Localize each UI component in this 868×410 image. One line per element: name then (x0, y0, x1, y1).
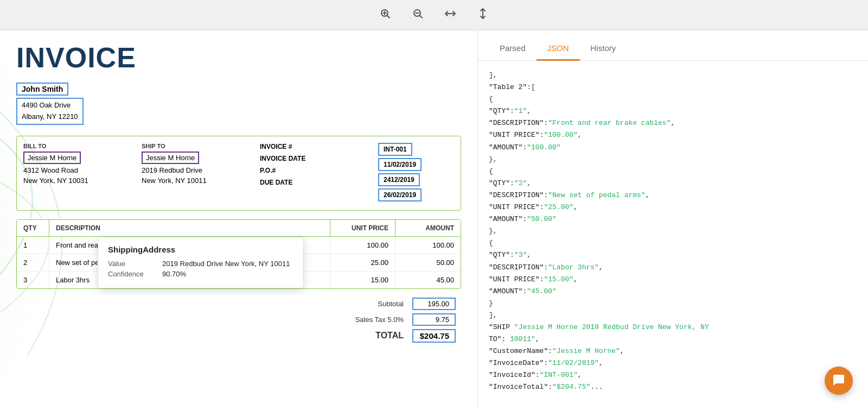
row3-price: 15.00 (330, 272, 395, 288)
bill-to-name: Jessie M Horne (23, 152, 81, 164)
sender-address: 4490 Oak Drive Albany, NY 12210 (16, 98, 84, 125)
zoom-out-button[interactable] (408, 6, 427, 24)
po-label: P.O.# (260, 167, 374, 174)
shipping-address-tooltip: ShippingAddress Value 2019 Redbud Drive … (98, 237, 304, 288)
invoice-fields-values: INT-001 11/02/2019 2412/2019 26/02/2019 (378, 143, 454, 204)
subtotal-row: Subtotal 195.00 (378, 298, 456, 310)
due-date-value: 26/02/2019 (378, 188, 422, 201)
col-qty-header: QTY (17, 220, 49, 236)
subtotal-label: Subtotal (378, 300, 404, 308)
tab-parsed[interactable]: Parsed (489, 37, 537, 61)
row2-amount: 50.00 (395, 254, 461, 271)
sender-name: John Smith (16, 83, 68, 96)
row3-qty: 3 (17, 272, 49, 288)
svg-line-1 (387, 16, 390, 18)
tooltip-value-label: Value (108, 260, 151, 268)
row3-amount: 45.00 (395, 272, 461, 288)
tabs-row: Parsed JSON History (478, 30, 868, 61)
tooltip-confidence-label: Confidence (108, 270, 151, 278)
tooltip-confidence: 90.70% (162, 270, 186, 278)
grand-total-row: TOTAL $204.75 (375, 329, 456, 343)
row2-qty: 2 (17, 254, 49, 271)
totals-section: Subtotal 195.00 Sales Tax 5.0% 9.75 TOTA… (16, 298, 461, 346)
tax-value: 9.75 (412, 313, 456, 326)
tab-json[interactable]: JSON (537, 37, 580, 61)
json-viewer[interactable]: ], "Table 2":[ { "QTY":"1", "DESCRIPTION… (478, 61, 868, 410)
tab-history[interactable]: History (580, 37, 627, 61)
col-desc-header: DESCRIPTION (49, 220, 330, 236)
ship-to-col: SHIP TO Jessie M Horne 2019 Redbud Drive… (142, 143, 256, 204)
subtotal-value: 195.00 (412, 298, 456, 310)
tooltip-value-row: Value 2019 Redbud Drive New York, NY 100… (108, 260, 293, 268)
po-value: 2412/2019 (378, 173, 420, 186)
due-date-label: DUE DATE (260, 179, 374, 186)
zoom-in-button[interactable] (375, 6, 395, 24)
invoice-num-label: INVOICE # (260, 143, 374, 150)
invoice-fields-labels: INVOICE # INVOICE DATE P.O.# DUE DATE (260, 143, 374, 204)
tax-row: Sales Tax 5.0% 9.75 (355, 313, 456, 326)
row1-amount: 100.00 (395, 237, 461, 254)
invoice-date-label: INVOICE DATE (260, 155, 374, 162)
tax-label: Sales Tax 5.0% (355, 316, 404, 324)
total-label: TOTAL (375, 331, 404, 340)
invoice-content: INVOICE John Smith 4490 Oak Drive Albany… (16, 41, 461, 346)
total-value: $204.75 (412, 329, 456, 343)
invoice-title: INVOICE (16, 41, 461, 74)
tooltip-value: 2019 Redbud Drive New York, NY 10011 (162, 260, 290, 268)
row1-qty: 1 (17, 237, 49, 254)
fit-height-button[interactable] (473, 6, 493, 24)
tooltip-confidence-row: Confidence 90.70% (108, 270, 293, 278)
main-content: INVOICE John Smith 4490 Oak Drive Albany… (0, 30, 868, 410)
items-header: QTY DESCRIPTION UNIT PRICE AMOUNT (17, 220, 461, 237)
toolbar (0, 0, 868, 30)
row1-price: 100.00 (330, 237, 395, 254)
bill-to-label: BILL TO (23, 143, 137, 149)
invoice-num-value: INT-001 (378, 143, 412, 156)
col-price-header: UNIT PRICE (330, 220, 395, 236)
ship-to-name: Jessie M Horne (142, 152, 199, 164)
invoice-panel: INVOICE John Smith 4490 Oak Drive Albany… (0, 30, 477, 410)
bill-to-address: 4312 Wood RoadNew York, NY 10031 (23, 165, 137, 186)
tooltip-title: ShippingAddress (108, 245, 293, 254)
fit-width-button[interactable] (441, 6, 460, 24)
row2-price: 25.00 (330, 254, 395, 271)
info-section: BILL TO Jessie M Horne 4312 Wood RoadNew… (16, 136, 461, 211)
ship-to-label: SHIP TO (142, 143, 256, 149)
invoice-date-value: 11/02/2019 (378, 158, 422, 171)
bill-to-col: BILL TO Jessie M Horne 4312 Wood RoadNew… (23, 143, 137, 204)
json-panel: Parsed JSON History ], "Table 2":[ { "QT… (477, 30, 868, 410)
ship-to-address: 2019 Redbud DriveNew York, NY 10011 (142, 165, 256, 186)
chat-fab-button[interactable] (825, 367, 853, 395)
col-amount-header: AMOUNT (395, 220, 461, 236)
svg-line-5 (420, 16, 423, 18)
